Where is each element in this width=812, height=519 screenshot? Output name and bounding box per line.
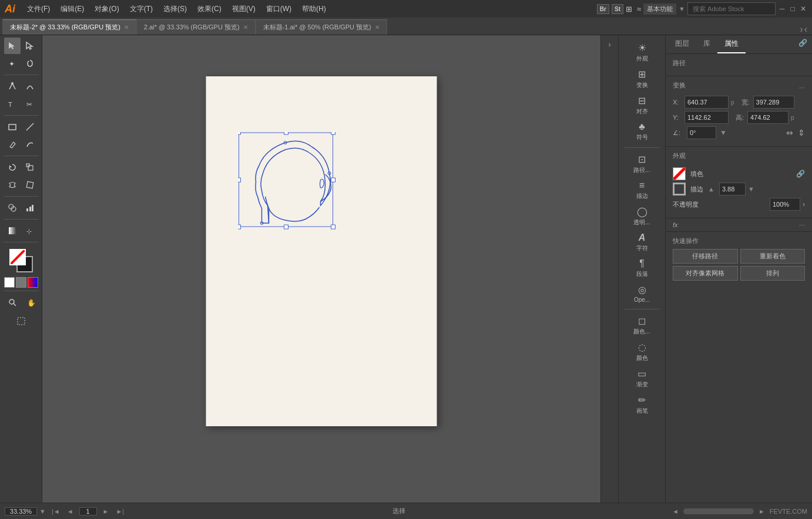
tab-2-close[interactable]: ✕ [243,24,248,31]
gradient-tool[interactable] [4,223,21,239]
color-swatch[interactable] [28,277,38,288]
qp-align[interactable]: ⊟ 对齐 [622,93,663,118]
pan-tool[interactable]: ✋ [22,294,38,311]
panel-tab-layers[interactable]: 图层 [668,35,696,53]
transform-more-btn[interactable]: ··· [799,83,805,92]
shape-builder-tool[interactable] [4,200,21,216]
magic-wand-tool[interactable]: ✦ [4,55,21,72]
align-pixel-btn[interactable]: 对齐像素网格 [673,266,738,281]
stroke-swatch[interactable] [673,183,686,196]
scroll-left-btn[interactable]: ◄ [672,508,679,515]
arrange-btn[interactable]: 排列 [740,266,806,281]
qp-brush[interactable]: ✏ 画笔 [622,392,663,417]
panel-expand-btn[interactable]: ‹ [804,24,807,35]
offset-path-btn[interactable]: 仔移路径 [673,249,738,264]
qp-character[interactable]: A 字符 [622,230,663,255]
zoom-tool[interactable] [4,294,21,311]
flip-h-icon[interactable]: ⇔ [786,128,793,137]
fill-link-icon[interactable]: 🔗 [796,170,805,178]
h-input[interactable] [747,111,788,124]
lasso-tool[interactable] [22,55,38,72]
panel-collapse-btn[interactable]: › [800,24,803,35]
qp-gradient[interactable]: ▭ 渐变 [622,366,663,391]
cloud-sync-icon[interactable]: ≈ [637,5,641,14]
head-silhouette[interactable] [239,132,356,250]
menu-text[interactable]: 文字(T) [125,2,157,16]
last-page-btn[interactable]: ►| [115,508,125,515]
pencil-tool[interactable] [4,136,21,153]
rectangle-tool[interactable] [4,119,21,135]
stock-badge[interactable]: St [612,4,623,14]
scale-tool[interactable] [22,159,38,176]
menu-effect[interactable]: 效果(C) [193,2,226,16]
menu-window[interactable]: 窗口(W) [261,2,296,16]
tab-3[interactable]: 未标题-1.ai* @ 50% (RGB/GPU 预览) ✕ [256,19,387,35]
y-input[interactable] [685,111,729,124]
qp-transform[interactable]: ⊞ 变换 [622,66,663,92]
recolor-btn[interactable]: 重新着色 [740,249,806,264]
opacity-expand-btn[interactable]: › [803,200,805,208]
zoom-dropdown[interactable]: ▼ [39,508,46,515]
x-input[interactable] [685,96,729,109]
selection-tool[interactable] [4,38,21,54]
fill-swatch[interactable] [673,167,686,180]
next-page-btn[interactable]: ► [102,508,110,515]
scroll-right-btn[interactable]: ► [759,508,765,515]
strip-collapse-btn[interactable]: › [603,38,617,52]
panel-tab-library[interactable]: 库 [696,35,717,53]
warp-tool[interactable] [4,177,21,193]
angle-input[interactable] [687,126,716,139]
panel-link-icon[interactable]: 🔗 [796,35,810,53]
qp-color[interactable]: ◌ 颜色 [622,339,663,365]
curvature-tool[interactable] [22,78,38,95]
panel-tab-properties[interactable]: 属性 [717,35,746,53]
flip-v-icon[interactable]: ⇕ [798,128,805,137]
add-anchor-tool[interactable]: T [4,96,21,112]
menu-view[interactable]: 视图(V) [227,2,260,16]
stock-search-input[interactable] [687,2,776,15]
menu-file[interactable]: 文件(F) [22,2,55,16]
qp-symbols[interactable]: ♣ 符号 [622,119,663,144]
grid-icon[interactable]: ⊞ [626,5,632,14]
minimize-button[interactable]: ─ [778,5,786,13]
qp-pathfinder[interactable]: ⊡ 路径... [622,151,663,177]
tab-3-close[interactable]: ✕ [375,24,380,31]
gray-swatch[interactable] [16,277,26,288]
w-input[interactable] [753,96,794,109]
fx-more-btn[interactable]: ··· [799,221,805,229]
stroke-dropdown[interactable]: ▼ [748,186,754,193]
menu-edit[interactable]: 编辑(E) [56,2,89,16]
prev-page-btn[interactable]: ◄ [66,508,75,515]
graph-tool[interactable] [22,200,38,216]
zoom-input[interactable] [5,507,37,515]
angle-dropdown[interactable]: ▼ [720,129,727,137]
tab-1-close[interactable]: ✕ [124,24,129,31]
direct-selection-tool[interactable] [22,38,38,54]
free-transform-tool[interactable] [22,177,38,193]
workspace-selector[interactable]: 基本功能 [643,4,676,15]
qp-transparency[interactable]: ◯ 透明... [622,204,663,229]
qp-stroke[interactable]: ≡ 描边 [622,178,663,203]
menu-help[interactable]: 帮助(H) [297,2,331,16]
menu-object[interactable]: 对象(O) [90,2,123,16]
smooth-tool[interactable] [22,136,38,153]
stroke-width-input[interactable] [719,183,746,196]
white-swatch[interactable] [4,277,15,288]
qp-open-type[interactable]: ◎ Ope... [622,282,663,305]
page-input[interactable] [79,507,97,515]
horizontal-scrollbar[interactable] [683,508,754,514]
tab-1[interactable]: 未标题-2* @ 33.33% (RGB/GPU 预览) ✕ [2,19,136,35]
pen-tool[interactable] [4,78,21,95]
tab-2[interactable]: 2.ai* @ 33.33% (RGB/GPU 预览) ✕ [136,19,256,35]
qp-appearance[interactable]: ☀ 外观 [622,40,663,65]
scissors-tool[interactable]: ✂ [22,96,38,112]
line-tool[interactable] [22,119,38,135]
menu-select[interactable]: 选择(S) [159,2,192,16]
qp-color-guide[interactable]: ◻ 颜色... [622,313,663,338]
canvas-area[interactable] [42,35,600,503]
mesh-tool[interactable]: ⊹ [22,223,38,239]
fx-label[interactable]: fx [673,221,678,228]
stroke-up-icon[interactable]: ▲ [708,186,714,193]
bridge-badge[interactable]: Br [597,4,609,14]
artboard-tool[interactable] [13,313,29,329]
